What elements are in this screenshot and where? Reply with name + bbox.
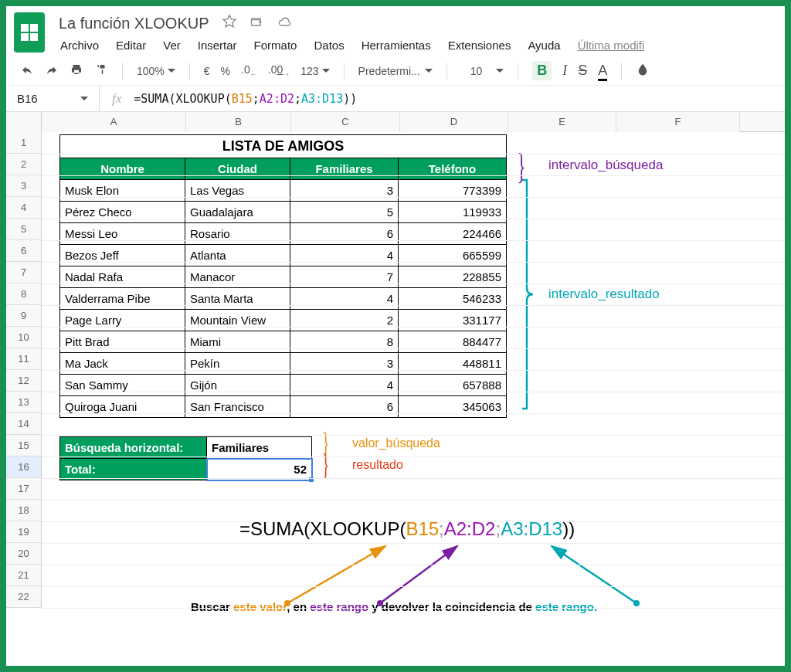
table-row[interactable]: Valderrama PibeSanta Marta4546233	[60, 288, 507, 310]
svg-line-4	[380, 546, 457, 603]
currency-button[interactable]: €	[204, 65, 210, 77]
total-value[interactable]: 52	[207, 459, 312, 480]
toolbar: 100% € % .0← .00→ 123 Predetermi... 10 B…	[6, 56, 785, 86]
table-row[interactable]: Ma JackPekín3448811	[60, 353, 507, 375]
row-header-9[interactable]: 9	[6, 305, 41, 327]
row-header-4[interactable]: 4	[6, 197, 41, 219]
header-ciudad: Ciudad	[185, 158, 290, 180]
menu-archivo[interactable]: Archivo	[60, 39, 99, 52]
menu-formato[interactable]: Formato	[254, 39, 297, 52]
row-header-8[interactable]: 8	[6, 283, 41, 305]
data-table: LISTA DE AMIGOS Nombre Ciudad Familiares…	[59, 134, 507, 418]
menu-extensiones[interactable]: Extensiones	[448, 39, 511, 52]
undo-icon[interactable]	[20, 63, 34, 79]
brace-result-icon	[519, 178, 550, 418]
svg-line-6	[552, 546, 637, 603]
table-row[interactable]: San SammyGijón4657888	[60, 375, 507, 396]
row-header-22[interactable]: 22	[6, 586, 41, 608]
busqueda-value[interactable]: Familiares	[207, 437, 312, 459]
table-row[interactable]: Pitt BradMiami8884477	[60, 331, 507, 353]
row-header-20[interactable]: 20	[6, 543, 41, 565]
table-row[interactable]: Page LarryMountain View2331177	[60, 310, 507, 331]
row-header-16[interactable]: 16	[6, 456, 41, 478]
row-header-12[interactable]: 12	[6, 370, 41, 392]
menu-insertar[interactable]: Insertar	[198, 39, 237, 52]
menu-ver[interactable]: Ver	[163, 39, 181, 52]
format-select[interactable]: 123	[300, 65, 329, 77]
row-header-18[interactable]: 18	[6, 500, 41, 521]
zoom-value: 100%	[137, 65, 165, 77]
table-row[interactable]: Messi LeoRosario6224466	[60, 223, 507, 245]
row-header-7[interactable]: 7	[6, 262, 41, 283]
col-header-A[interactable]: A	[42, 112, 186, 132]
row-header-19[interactable]: 19	[6, 521, 41, 543]
dec-more-button[interactable]: .00→	[268, 63, 290, 78]
header-nombre: Nombre	[60, 158, 185, 180]
table-row[interactable]: Bezos JeffAtlanta4665599	[60, 245, 507, 266]
table-row[interactable]: Nadal RafaManacor7228855	[60, 266, 507, 288]
anno-resultado: resultado	[352, 458, 403, 472]
table-row[interactable]: Quiroga JuaniSan Francisco6345063	[60, 396, 507, 418]
menu-datos[interactable]: Datos	[314, 39, 344, 52]
fill-color-button[interactable]	[636, 63, 650, 79]
row-header-17[interactable]: 17	[6, 478, 41, 500]
anno-valor-busqueda: valor_búsqueda	[352, 436, 440, 450]
anno-intervalo-busqueda: intervalo_búsqueda	[548, 158, 663, 173]
explain-text: Buscar este valor, en este rango y devol…	[191, 600, 597, 613]
row-header-10[interactable]: 10	[6, 327, 41, 348]
table-row[interactable]: Musk ElonLas Vegas3773399	[60, 180, 507, 202]
col-header-D[interactable]: D	[400, 112, 508, 132]
anno-intervalo-resultado: intervalo_resultado	[548, 287, 660, 302]
menu-last-modified[interactable]: Última modifi	[578, 39, 645, 52]
table-row[interactable]: Pérez ChecoGuadalajara5119933	[60, 202, 507, 223]
cloud-icon[interactable]	[277, 14, 293, 32]
total-label: Total:	[60, 459, 207, 480]
zoom-select[interactable]: 100%	[137, 65, 175, 77]
col-header-E[interactable]: E	[508, 112, 616, 132]
row-header-6[interactable]: 6	[6, 240, 41, 262]
fx-icon: fx	[99, 86, 134, 111]
document-title[interactable]: La función XLOOKUP	[59, 15, 209, 32]
table-title: LISTA DE AMIGOS	[60, 135, 507, 158]
row-header-14[interactable]: 14	[6, 413, 41, 435]
move-icon[interactable]	[250, 14, 265, 32]
redo-icon[interactable]	[45, 63, 59, 79]
menu-herramientas[interactable]: Herramientas	[362, 39, 431, 52]
name-box[interactable]: B16	[6, 92, 99, 105]
svg-point-5	[633, 600, 640, 606]
star-icon[interactable]	[222, 14, 237, 32]
font-size-select[interactable]: 10	[461, 65, 504, 77]
formula-bar[interactable]: =SUMA(XLOOKUP(B15;A2:D2;A3:D13))	[134, 92, 785, 106]
text-color-button[interactable]: A	[598, 63, 607, 79]
row-header-3[interactable]: 3	[6, 175, 41, 197]
strike-button[interactable]: S	[578, 63, 587, 79]
percent-button[interactable]: %	[221, 65, 230, 77]
svg-line-2	[287, 546, 385, 603]
menubar: Archivo Editar Ver Insertar Formato Dato…	[59, 34, 777, 56]
menu-ayuda[interactable]: Ayuda	[528, 39, 560, 52]
col-header-B[interactable]: B	[186, 112, 291, 132]
select-all-corner[interactable]	[6, 112, 42, 132]
row-header-21[interactable]: 21	[6, 565, 41, 586]
lookup-table: Búsqueda horizontal:Familiares Total:52	[59, 436, 312, 480]
row-header-13[interactable]: 13	[6, 392, 41, 413]
dec-less-button[interactable]: .0←	[241, 63, 257, 78]
print-icon[interactable]	[70, 63, 83, 79]
font-family-select[interactable]: Predetermi...	[358, 65, 433, 77]
italic-button[interactable]: I	[562, 63, 567, 79]
bold-button[interactable]: B	[532, 61, 552, 80]
row-header-5[interactable]: 5	[6, 219, 41, 240]
col-header-F[interactable]: F	[616, 112, 740, 132]
brace-result-icon: }	[322, 446, 330, 483]
row-header-15[interactable]: 15	[6, 435, 41, 456]
header-telefono: Teléfono	[399, 158, 507, 180]
col-header-C[interactable]: C	[291, 112, 400, 132]
row-header-2[interactable]: 2	[6, 154, 41, 175]
paint-format-icon[interactable]	[94, 63, 108, 79]
row-header-11[interactable]: 11	[6, 348, 41, 370]
row-header-1[interactable]: 1	[6, 132, 41, 154]
header-familiares: Familiares	[290, 158, 399, 180]
busqueda-label: Búsqueda horizontal:	[60, 437, 207, 459]
menu-editar[interactable]: Editar	[116, 39, 146, 52]
explain-arrows	[235, 540, 660, 609]
